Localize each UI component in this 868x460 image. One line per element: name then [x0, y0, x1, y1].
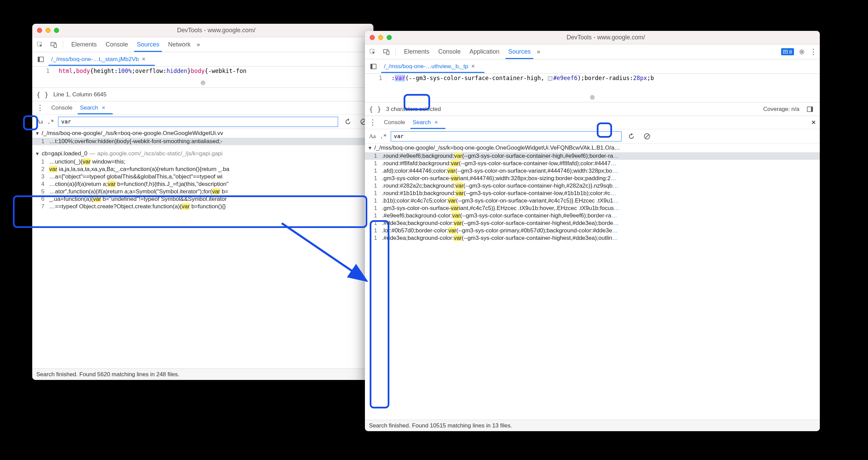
search-footer: Search finished. Found 5620 matching lin…: [32, 368, 373, 380]
close-drawer-tab-icon[interactable]: ×: [102, 104, 105, 111]
tab-network[interactable]: Network: [167, 38, 192, 52]
result-line[interactable]: 1.#e9eef6;background-color:var(--gm3-sys…: [365, 212, 820, 219]
file-name: /_/mss/boq-one-…uthview,_b,_tp: [384, 63, 468, 70]
file-tab[interactable]: /_/mss/boq-one-…uthview,_b,_tp ×: [383, 60, 476, 73]
drawer-tab-console[interactable]: Console: [51, 102, 73, 114]
result-line[interactable]: 1.#dde3ea;background-color:var(--gm3-sys…: [365, 219, 820, 227]
file-tab[interactable]: /_/mss/boq-one-…t,_stam,jMb2Vb ×: [50, 53, 147, 65]
titlebar: DevTools - www.google.com/: [32, 24, 373, 37]
search-input[interactable]: [391, 131, 622, 141]
result-line[interactable]: 1.round:#282a2c;background:var(--gm3-sys…: [365, 182, 820, 190]
result-line[interactable]: 1.round:#f8fafd;background:var(--gm3-sys…: [365, 160, 820, 167]
result-path: /_/mss/boq-one-google/_/ss/k=boq-one-goo…: [374, 145, 620, 151]
navigator-toggle-icon[interactable]: [35, 54, 47, 65]
separator: [63, 41, 63, 49]
disclosure-triangle-icon[interactable]: ▼: [35, 151, 40, 156]
minimize-dot[interactable]: [378, 35, 383, 40]
result-group[interactable]: ▼ cb=gapi.loaded_0 — apis.google.com/_/s…: [32, 149, 373, 158]
tab-sources[interactable]: Sources: [507, 45, 532, 59]
inspect-icon[interactable]: [34, 39, 46, 51]
result-line[interactable]: 4…ction(a){if(a)return a;var b=function(…: [32, 180, 373, 188]
pretty-print-icon[interactable]: { }: [369, 105, 381, 113]
regex-icon[interactable]: .*: [380, 133, 387, 140]
result-line[interactable]: 1 …t:100%;overflow:hidden}body{-webkit-f…: [32, 138, 373, 145]
result-path: /_/mss/boq-one-google/_/ss/k=boq-one-goo…: [42, 130, 223, 137]
result-group[interactable]: ▼ /_/mss/boq-one-google/_/ss/k=boq-one-g…: [365, 143, 820, 152]
issues-badge[interactable]: 8: [781, 48, 794, 55]
close-drawer-icon[interactable]: ×: [811, 118, 816, 127]
result-line[interactable]: 1.round:#e9eef6;background:var(--gm3-sys…: [365, 152, 820, 160]
code-editor[interactable]: 1 html,body{height:100%;overflow:hidden}…: [32, 66, 373, 78]
close-drawer-tab-icon[interactable]: ×: [435, 119, 438, 126]
inspect-icon[interactable]: [367, 46, 378, 58]
result-path-origin: apis.google.com/_/scs/abc-static/_/js/k=…: [97, 150, 223, 157]
tab-console[interactable]: Console: [437, 45, 462, 59]
titlebar: DevTools - www.google.com/: [365, 31, 820, 44]
result-line[interactable]: 3…a=["object"==typeof globalThis&&global…: [32, 173, 373, 180]
editor-statusbar: { } Line 1, Column 6645: [32, 88, 373, 101]
zoom-dot[interactable]: [387, 35, 392, 40]
result-line[interactable]: 6_.ua=function(a){var b="undefined"!=typ…: [32, 195, 373, 203]
drawer-menu-icon[interactable]: ⋮: [36, 103, 44, 112]
result-line[interactable]: 1.#dde3ea;background-color:var(--gm3-sys…: [365, 234, 820, 242]
result-line[interactable]: 7…==typeof Object.create?Object.create:f…: [32, 203, 373, 210]
tab-application[interactable]: Application: [468, 45, 501, 59]
kebab-menu-icon[interactable]: ⋮: [810, 47, 818, 56]
close-dot[interactable]: [370, 35, 375, 40]
coverage-status: Coverage: n/a: [763, 106, 799, 113]
regex-icon[interactable]: .*: [47, 118, 54, 125]
result-group[interactable]: ▼ /_/mss/boq-one-google/_/ss/k=boq-one-g…: [32, 129, 373, 138]
more-tabs-icon[interactable]: »: [534, 48, 543, 55]
disclosure-triangle-icon[interactable]: ▼: [368, 145, 372, 151]
refresh-icon[interactable]: [342, 116, 354, 128]
result-line[interactable]: 1.lor:#0b57d0;border-color:var(--gm3-sys…: [365, 227, 820, 234]
drawer-tabs: ⋮ Console Search × ×: [365, 116, 820, 129]
tab-sources[interactable]: Sources: [135, 38, 161, 52]
window-title: DevTools - www.google.com/: [396, 34, 815, 41]
drawer-tab-console[interactable]: Console: [383, 116, 406, 129]
result-line[interactable]: 1.b1b);color:#c4c7c5;color:var(--gm3-sys…: [365, 197, 820, 205]
drawer-tab-search[interactable]: Search ×: [79, 102, 106, 114]
close-tab-icon[interactable]: ×: [471, 63, 475, 70]
search-input[interactable]: [58, 117, 338, 127]
disclosure-triangle-icon[interactable]: ▼: [35, 131, 40, 136]
settings-icon[interactable]: [796, 46, 808, 58]
svg-rect-2: [54, 44, 56, 47]
close-dot[interactable]: [37, 28, 42, 33]
minimize-dot[interactable]: [45, 28, 51, 33]
code-editor[interactable]: 1 :var(--gm3-sys-color-surface-container…: [365, 74, 820, 85]
result-line[interactable]: 5…ator",function(a){if(a)return a;a=Symb…: [32, 188, 373, 195]
result-line[interactable]: 1.afd);color:#444746;color:var(--gm3-sys…: [365, 167, 820, 175]
result-line[interactable]: 2var ia,ja,la,sa,ta,xa,ya,Ba;_.ca=functi…: [32, 166, 373, 173]
navigator-toggle-icon[interactable]: [368, 61, 379, 72]
main-toolbar: Elements Console Sources Network » ⋮: [32, 37, 373, 52]
result-line[interactable]: 1…unction(_){var window=this;: [32, 158, 373, 166]
drawer-tab-search[interactable]: Search ×: [412, 116, 439, 129]
drawer-menu-icon[interactable]: ⋮: [369, 118, 377, 127]
device-toggle-icon[interactable]: [48, 39, 59, 51]
match-case-icon[interactable]: Aa: [36, 118, 43, 125]
svg-point-13: [801, 51, 803, 53]
result-line[interactable]: 1.gm3-sys-color-on-surface-variant,#c4c7…: [365, 205, 820, 212]
search-bar: Aa .*: [32, 115, 373, 129]
sidebar-toggle-icon[interactable]: [804, 103, 816, 115]
code-line: :var(--gm3-sys-color-surface-container-h…: [387, 75, 654, 84]
more-tabs-icon[interactable]: »: [194, 41, 203, 48]
result-line[interactable]: 1.round:#1b1b1b;background:var(--gm3-sys…: [365, 190, 820, 197]
refresh-icon[interactable]: [626, 131, 637, 142]
tab-console[interactable]: Console: [104, 38, 129, 52]
tab-elements[interactable]: Elements: [403, 45, 431, 59]
zoom-dot[interactable]: [54, 28, 59, 33]
result-line[interactable]: 1.gm3-sys-color-on-surface-variant,#4447…: [365, 175, 820, 182]
tab-elements[interactable]: Elements: [70, 38, 98, 52]
scroll-indicator: [365, 93, 820, 102]
traffic-lights: [370, 35, 392, 40]
match-case-icon[interactable]: Aa: [369, 133, 376, 140]
svg-line-19: [645, 135, 649, 138]
pretty-print-icon[interactable]: { }: [36, 91, 49, 99]
close-tab-icon[interactable]: ×: [142, 56, 146, 62]
device-toggle-icon[interactable]: [381, 46, 392, 58]
devtools-window-left: DevTools - www.google.com/ Elements Cons…: [32, 24, 373, 380]
line-number: 1: [365, 75, 387, 84]
clear-icon[interactable]: [641, 131, 653, 142]
